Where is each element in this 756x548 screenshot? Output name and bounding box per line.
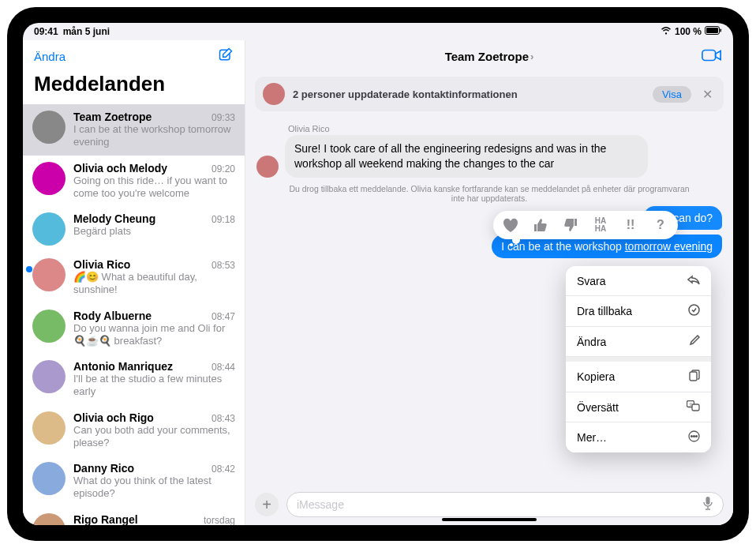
menu-undo-send[interactable]: Dra tillbaka	[566, 296, 711, 327]
conversation-preview: 🌈😊 What a beautiful day, sunshine!	[73, 271, 235, 297]
conversation-preview: I'll be at the studio a few minutes earl…	[73, 373, 235, 399]
video-call-button[interactable]	[702, 47, 722, 67]
conversation-name: Melody Cheung	[73, 212, 155, 225]
conversation-name: Olivia och Rigo	[73, 411, 154, 424]
attach-button[interactable]: +	[255, 493, 279, 516]
conversation-avatar	[32, 258, 65, 291]
svg-rect-8	[692, 404, 699, 411]
conversation-item[interactable]: Antonio Manriquez08:44I'll be at the stu…	[23, 354, 245, 405]
menu-more[interactable]: Mer…	[566, 422, 711, 452]
svg-text:文: 文	[689, 402, 693, 407]
banner-text: 2 personer uppdaterade kontaktinformatio…	[293, 88, 645, 100]
menu-reply[interactable]: Svara	[566, 266, 711, 296]
input-placeholder: iMessage	[297, 498, 702, 511]
sidebar-title: Meddelanden	[23, 69, 245, 104]
ipad-frame: 09:41 mån 5 juni 100 % Ändra	[7, 7, 749, 541]
conversation-item[interactable]: Melody Cheung09:18Begärd plats	[23, 206, 245, 252]
conversation-preview: I can be at the workshop tomorrow evenin…	[73, 123, 235, 149]
message-context-menu: Svara Dra tillbaka Ändra	[566, 266, 711, 452]
screen: 09:41 mån 5 juni 100 % Ändra	[23, 23, 733, 525]
tapback-thumbs-up[interactable]	[531, 216, 550, 235]
message-input[interactable]: iMessage	[286, 492, 724, 517]
conversation-list[interactable]: Team Zoetrope09:33I can be at the worksh…	[23, 104, 245, 525]
conversation-item[interactable]: Olivia Rico08:53🌈😊 What a beautiful day,…	[23, 252, 245, 303]
incoming-message[interactable]: Sure! I took care of all the engineering…	[256, 135, 722, 178]
svg-rect-4	[702, 51, 716, 61]
svg-rect-14	[706, 497, 710, 505]
svg-rect-1	[706, 28, 718, 33]
translate-icon: 文	[687, 400, 700, 414]
chevron-right-icon: ›	[530, 51, 533, 62]
status-date: mån 5 juni	[63, 26, 110, 37]
tapback-heart[interactable]	[501, 216, 520, 235]
chat-pane: Team Zoetrope › 2 personer uppdaterade k…	[245, 40, 733, 525]
incoming-bubble: Sure! I took care of all the engineering…	[285, 135, 648, 178]
conversation-time: 08:43	[211, 413, 235, 424]
conversation-avatar	[32, 462, 65, 495]
conversation-time: 09:18	[211, 214, 235, 225]
status-time: 09:41	[34, 26, 58, 37]
contact-update-banner: 2 personer uppdaterade kontaktinformatio…	[255, 77, 724, 111]
conversation-time: 08:53	[211, 260, 235, 271]
svg-point-13	[696, 436, 698, 437]
conversation-avatar	[32, 111, 65, 144]
copy-icon	[689, 370, 700, 384]
conversation-avatar	[32, 411, 65, 445]
conversation-time: 08:47	[211, 311, 235, 322]
menu-edit[interactable]: Ändra	[566, 327, 711, 357]
menu-translate[interactable]: Översätt 文	[566, 392, 711, 422]
conversation-time: 09:20	[211, 163, 235, 175]
conversation-name: Antonio Manriquez	[73, 360, 173, 373]
system-message: Du drog tillbaka ett meddelande. Olivia …	[288, 184, 691, 203]
menu-copy[interactable]: Kopiera	[566, 362, 711, 392]
conversation-name: Olivia Rico	[73, 258, 130, 271]
more-icon	[688, 430, 700, 445]
conversation-time: 09:33	[211, 112, 235, 123]
chat-header: Team Zoetrope ›	[245, 40, 733, 72]
banner-show-button[interactable]: Visa	[653, 86, 691, 103]
conversation-time: 08:44	[211, 362, 235, 373]
messages-area[interactable]: Olivia Rico Sure! I took care of all the…	[245, 116, 733, 486]
conversation-preview: Do you wanna join me and Oli for 🍳☕🍳 bre…	[73, 322, 235, 348]
sidebar: Ändra Meddelanden Team Zoetrope09:33I ca…	[23, 40, 245, 525]
tapback-haha[interactable]: HAHA	[591, 216, 610, 235]
conversation-name: Danny Rico	[73, 462, 134, 475]
compose-button[interactable]	[218, 47, 234, 66]
banner-close-button[interactable]: ✕	[699, 87, 716, 102]
status-bar: 09:41 mån 5 juni 100 %	[23, 23, 733, 40]
home-indicator[interactable]	[442, 518, 537, 521]
conversation-item[interactable]: Danny Rico08:42What do you think of the …	[23, 456, 245, 507]
svg-rect-6	[690, 372, 697, 381]
tapback-exclaim[interactable]: !!	[621, 216, 640, 235]
battery-icon	[705, 26, 722, 37]
conversation-name: Rigo Rangel	[73, 513, 138, 526]
conversation-avatar	[32, 162, 65, 195]
tapback-question[interactable]: ?	[651, 216, 670, 235]
dictate-button[interactable]	[702, 496, 713, 513]
conversation-item[interactable]: Team Zoetrope09:33I can be at the worksh…	[23, 104, 245, 156]
svg-point-5	[689, 305, 699, 315]
conversation-preview: What do you think of the latest episode?	[73, 475, 235, 501]
conversation-preview: Can you both add your comments, please?	[73, 424, 235, 450]
conversation-name: Team Zoetrope	[73, 111, 152, 123]
svg-rect-2	[720, 29, 722, 32]
undo-icon	[688, 304, 700, 318]
tapback-menu: HAHA !! ?	[493, 211, 678, 239]
conversation-item[interactable]: Olivia och Melody09:20Going on this ride…	[23, 156, 245, 207]
conversation-item[interactable]: Rody Albuerne08:47Do you wanna join me a…	[23, 303, 245, 355]
conversation-avatar	[32, 310, 65, 343]
conversation-preview: Begärd plats	[73, 225, 235, 238]
sender-avatar[interactable]	[256, 156, 279, 178]
tapback-thumbs-down[interactable]	[561, 216, 580, 235]
conversation-item[interactable]: Rigo Rangeltorsdag31 augusti 2018 – 29 a…	[23, 507, 245, 526]
conversation-name: Olivia och Melody	[73, 162, 167, 175]
conversation-avatar	[32, 513, 65, 526]
wifi-icon	[661, 26, 672, 37]
conversation-time: torsdag	[204, 515, 235, 526]
chat-title[interactable]: Team Zoetrope ›	[445, 50, 534, 63]
conversation-item[interactable]: Olivia och Rigo08:43Can you both add you…	[23, 405, 245, 456]
banner-avatar	[263, 83, 285, 105]
edit-button[interactable]: Ändra	[34, 50, 65, 63]
conversation-avatar	[32, 212, 65, 246]
battery-text: 100 %	[675, 26, 702, 37]
